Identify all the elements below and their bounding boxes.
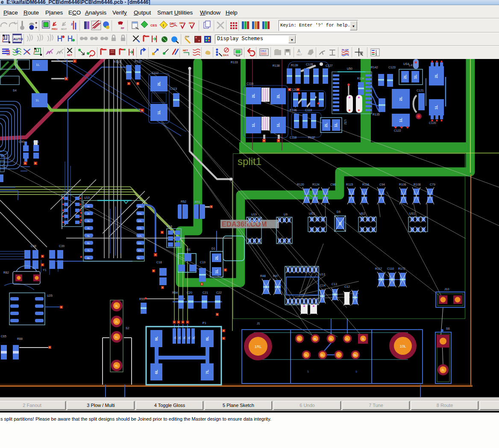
svg-text:6L: 6L	[354, 354, 357, 357]
svg-text:5L: 5L	[192, 336, 195, 339]
svg-text:C122: C122	[394, 129, 401, 132]
svg-text:C126: C126	[290, 88, 297, 91]
svg-text:2L: 2L	[276, 94, 280, 98]
svg-text:5L: 5L	[298, 337, 301, 340]
svg-text:2L: 2L	[399, 96, 403, 101]
svg-text:2L: 2L	[251, 93, 255, 98]
svg-text:1L: 1L	[276, 123, 280, 127]
svg-text:R120: R120	[297, 183, 304, 186]
svg-text:US2: US2	[359, 212, 365, 215]
svg-text:C120: C120	[429, 121, 436, 124]
svg-text:VECT: VECT	[296, 53, 302, 56]
svg-text:C19: C19	[200, 261, 205, 264]
svg-text:8L: 8L	[321, 354, 324, 357]
svg-text:2L: 2L	[434, 74, 438, 78]
svg-text:C112: C112	[152, 71, 159, 74]
svg-text:9: 9	[355, 370, 357, 373]
svg-text:U50: U50	[347, 67, 352, 70]
svg-text:R106: R106	[399, 183, 406, 186]
svg-text:CES: CES	[150, 24, 157, 27]
svg-text:C12: C12	[344, 285, 350, 288]
svg-text:11L: 11L	[138, 242, 142, 245]
svg-text:S6: S6	[446, 327, 450, 330]
svg-text:C119: C119	[305, 109, 312, 112]
svg-text:D1: D1	[187, 248, 191, 251]
svg-text:9L: 9L	[138, 257, 141, 259]
svg-text:R117: R117	[375, 267, 382, 270]
svg-text:2L: 2L	[214, 255, 219, 260]
svg-text:+: +	[35, 21, 37, 25]
svg-text:R116: R116	[362, 183, 369, 186]
svg-text:AUTO: AUTO	[13, 37, 23, 41]
svg-text:S4: S4	[13, 89, 17, 92]
svg-text:C90: C90	[19, 140, 24, 143]
svg-text:R51: R51	[195, 200, 200, 203]
svg-text:R82: R82	[3, 271, 9, 274]
svg-text:R52: R52	[181, 200, 186, 203]
svg-text:1L: 1L	[115, 336, 118, 339]
svg-text:R142: R142	[371, 66, 378, 69]
svg-text:C13: C13	[332, 283, 337, 286]
svg-text:NET: NET	[183, 49, 188, 52]
svg-text:J10: J10	[444, 288, 449, 291]
svg-text:C21: C21	[203, 291, 208, 294]
svg-text:5L: 5L	[87, 235, 90, 237]
svg-text:1L: 1L	[214, 269, 219, 274]
svg-text:1L: 1L	[251, 123, 255, 127]
svg-text:6L: 6L	[1, 155, 4, 158]
svg-text:4L: 4L	[115, 364, 118, 367]
svg-text:Y1: Y1	[43, 268, 47, 271]
svg-text:US3: US3	[309, 212, 315, 215]
svg-text:R55: R55	[139, 298, 145, 301]
svg-text:RF: RF	[121, 27, 124, 29]
svg-text:U13: U13	[320, 273, 325, 276]
svg-text:16L: 16L	[138, 205, 142, 208]
svg-text:2L: 2L	[115, 320, 118, 323]
svg-text:L52: L52	[344, 120, 347, 125]
svg-text:1L: 1L	[157, 110, 161, 115]
svg-text:R136: R136	[290, 109, 297, 112]
svg-text:C39: C39	[59, 245, 65, 248]
svg-text:R115: R115	[346, 183, 353, 186]
svg-text:1L: 1L	[334, 123, 338, 127]
svg-text:4L: 4L	[87, 227, 90, 230]
svg-text:9L: 9L	[305, 354, 308, 357]
svg-text:7L: 7L	[87, 249, 90, 252]
svg-text:1L: 1L	[399, 118, 403, 122]
svg-text:S2: S2	[126, 327, 129, 330]
svg-text:2L: 2L	[324, 123, 328, 127]
svg-text:C127: C127	[326, 64, 333, 67]
svg-text:R48: R48	[260, 274, 266, 277]
svg-text:2L: 2L	[178, 336, 181, 339]
svg-text:1RL: 1RL	[255, 345, 262, 349]
svg-text:4L: 4L	[188, 336, 191, 339]
svg-text:C20: C20	[187, 291, 192, 294]
svg-text:U18: U18	[167, 225, 172, 228]
svg-text:C116: C116	[247, 82, 253, 85]
svg-text:2L: 2L	[346, 337, 349, 340]
svg-text:C14: C14	[320, 284, 326, 287]
svg-text:C113: C113	[170, 87, 177, 90]
svg-text:10L: 10L	[399, 344, 406, 348]
svg-text:C38: C38	[31, 245, 36, 248]
svg-text:2L: 2L	[87, 212, 90, 215]
svg-text:R88: R88	[17, 337, 23, 340]
svg-text:9L: 9L	[154, 336, 159, 341]
svg-text:1L: 1L	[173, 336, 176, 339]
svg-text:U9: U9	[284, 213, 288, 216]
svg-text:!: !	[163, 24, 164, 27]
svg-text:PLOT: PLOT	[342, 49, 349, 51]
svg-text:15L: 15L	[138, 212, 142, 215]
svg-text:US4: US4	[403, 62, 409, 65]
svg-text:C65: C65	[1, 335, 6, 338]
svg-text:8L: 8L	[205, 336, 209, 341]
svg-text:13L: 13L	[138, 227, 142, 230]
svg-text:1L: 1L	[413, 74, 417, 79]
svg-text:NEXT: NEXT	[61, 28, 67, 30]
svg-text:2L: 2L	[403, 74, 407, 79]
svg-text:6L: 6L	[154, 369, 159, 374]
svg-text:DAA: DAA	[223, 54, 229, 56]
svg-text:R124: R124	[312, 183, 320, 186]
svg-text:R138: R138	[273, 64, 280, 67]
svg-text:1L: 1L	[434, 105, 438, 109]
